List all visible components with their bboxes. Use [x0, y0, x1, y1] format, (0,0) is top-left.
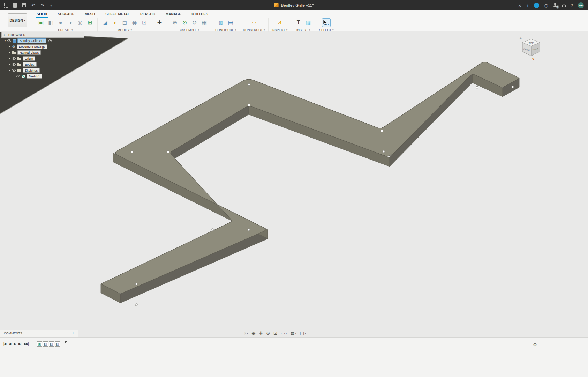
- collapse-arrow-icon[interactable]: ▸: [7, 57, 12, 60]
- expand-arrow-icon[interactable]: ▾: [7, 69, 12, 72]
- configure-icon[interactable]: ◍: [217, 18, 225, 27]
- browser-item-label[interactable]: Document Settings: [17, 44, 47, 49]
- extensions-icon[interactable]: 1: [553, 3, 557, 7]
- look-at-icon[interactable]: ◉: [251, 331, 255, 336]
- new-component-icon[interactable]: ⊕: [171, 18, 179, 27]
- browser-row-origin[interactable]: ▸Origin: [1, 56, 84, 61]
- shell-icon[interactable]: ◻: [120, 18, 129, 27]
- create-sketch-icon[interactable]: ▣: [37, 18, 45, 27]
- tab-manage[interactable]: MANAGE: [165, 11, 181, 18]
- create-cylinder-icon[interactable]: ●: [56, 18, 65, 27]
- visibility-eye-icon[interactable]: [16, 75, 20, 77]
- create-coil-icon[interactable]: ◎: [76, 18, 84, 27]
- collapse-arrow-icon[interactable]: ▸: [7, 51, 12, 54]
- tab-surface[interactable]: SURFACE: [58, 11, 75, 18]
- home-icon[interactable]: ⌂: [50, 3, 52, 8]
- close-tab-icon[interactable]: ×: [518, 2, 521, 8]
- browser-item-label[interactable]: Named Views: [17, 50, 41, 55]
- browser-item-label[interactable]: Origin: [23, 56, 35, 61]
- comments-bar[interactable]: COMMENTS +: [0, 330, 78, 337]
- user-avatar[interactable]: DE: [578, 2, 584, 8]
- workspace-switcher[interactable]: DESIGN▾: [8, 13, 27, 27]
- fit-icon[interactable]: ⊡: [273, 331, 277, 336]
- job-status-icon[interactable]: [534, 3, 539, 8]
- timeline-feature[interactable]: ◧: [55, 341, 60, 347]
- pan-icon[interactable]: ✚: [259, 331, 263, 336]
- file-icon[interactable]: [13, 3, 17, 8]
- construction-plane-icon[interactable]: ▱: [250, 18, 258, 27]
- as-built-joint-icon[interactable]: ⊚: [190, 18, 199, 27]
- orbit-icon[interactable]: ◔▾: [243, 331, 248, 336]
- press-pull-icon[interactable]: ◢: [101, 18, 110, 27]
- joint-icon[interactable]: ⊙: [180, 18, 189, 27]
- fillet-icon[interactable]: ◗: [111, 18, 119, 27]
- step-forward-button[interactable]: ▶|: [18, 342, 21, 346]
- browser-header[interactable]: « BROWSER —: [1, 32, 84, 38]
- save-icon[interactable]: [22, 3, 26, 7]
- browser-item-label[interactable]: Sketches: [23, 68, 40, 73]
- browser-row-sketches[interactable]: ▾Sketches: [1, 67, 84, 73]
- browser-item-label[interactable]: Sketch1: [27, 74, 42, 79]
- visibility-eye-icon[interactable]: [12, 57, 16, 60]
- skip-to-end-button[interactable]: ▶▶|: [24, 342, 28, 346]
- browser-row-named-views[interactable]: ▸Named Views: [1, 50, 84, 56]
- viewports-icon[interactable]: ◫▾: [300, 331, 306, 336]
- display-settings-icon[interactable]: ▭▾: [281, 331, 287, 336]
- toolbar-group-label[interactable]: SELECT▾: [319, 28, 334, 32]
- move-copy-icon[interactable]: ✚: [155, 18, 164, 27]
- toolbar-group-label[interactable]: CONSTRUCT▾: [243, 28, 265, 32]
- activate-component-radio[interactable]: [48, 39, 52, 42]
- browser-row-bentley-grille-v11[interactable]: ▾Bentley Grille v11: [1, 38, 84, 44]
- notifications-bell-icon[interactable]: [562, 4, 566, 7]
- toolbar-group-label[interactable]: ASSEMBLE▾: [180, 28, 199, 32]
- expand-arrow-icon[interactable]: ▾: [3, 39, 7, 42]
- app-grid-icon[interactable]: [3, 3, 8, 8]
- toolbar-group-label[interactable]: MODIFY▾: [118, 28, 132, 32]
- visibility-eye-icon[interactable]: [12, 69, 16, 72]
- timeline-sketch-feature[interactable]: ▣: [37, 341, 42, 347]
- browser-item-label[interactable]: Bentley Grille v11: [17, 38, 46, 43]
- bom-table-icon[interactable]: ▦: [200, 18, 209, 27]
- play-button[interactable]: ▶: [14, 342, 16, 346]
- settings-gear-icon[interactable]: ⚙: [533, 342, 537, 347]
- add-comment-icon[interactable]: +: [72, 331, 74, 336]
- tab-mesh[interactable]: MESH: [84, 11, 95, 18]
- toolbar-group-label[interactable]: INSPECT▾: [272, 28, 288, 32]
- toolbar-group-label[interactable]: CONFIGURE▾: [215, 28, 236, 32]
- redo-icon[interactable]: ↷: [40, 3, 44, 8]
- create-pattern-icon[interactable]: ⊞: [85, 18, 94, 27]
- collapse-panel-icon[interactable]: «: [3, 33, 5, 37]
- step-back-button[interactable]: ◀: [9, 342, 11, 346]
- offset-face-icon[interactable]: ⊡: [140, 18, 149, 27]
- tab-solid[interactable]: SOLID: [36, 11, 48, 18]
- clock-icon[interactable]: ◷: [544, 3, 548, 8]
- browser-item-label[interactable]: Bodies: [23, 62, 37, 67]
- skip-to-start-button[interactable]: |◀: [3, 342, 6, 346]
- browser-row-bodies[interactable]: ▸Bodies: [1, 61, 84, 67]
- zoom-icon[interactable]: ⊙: [266, 331, 270, 336]
- browser-row-document-settings[interactable]: ▸⚙Document Settings: [1, 44, 84, 50]
- collapse-arrow-icon[interactable]: ▸: [7, 45, 12, 48]
- toolbar-group-label[interactable]: CREATE▾: [58, 28, 73, 32]
- visibility-eye-icon[interactable]: [12, 63, 16, 66]
- canvas-icon[interactable]: ▨: [304, 18, 312, 27]
- undo-icon[interactable]: ↶: [31, 3, 35, 8]
- measure-icon[interactable]: ⊿: [275, 18, 284, 27]
- new-tab-icon[interactable]: +: [526, 2, 529, 8]
- help-icon[interactable]: ?: [571, 3, 573, 8]
- create-sphere-icon[interactable]: ◑: [66, 18, 75, 27]
- layout-grid-icon[interactable]: ▦▾: [290, 331, 296, 336]
- tab-utilities[interactable]: UTILITIES: [191, 11, 208, 18]
- visibility-eye-icon[interactable]: [7, 39, 11, 42]
- select-tool-icon[interactable]: [322, 18, 331, 27]
- minimize-panel-icon[interactable]: —: [79, 33, 82, 37]
- timeline-feature[interactable]: ◧: [43, 341, 48, 347]
- configuration-table-icon[interactable]: ▤: [226, 18, 235, 27]
- tab-plastic[interactable]: PLASTIC: [140, 11, 156, 18]
- collapse-arrow-icon[interactable]: ▸: [7, 63, 12, 66]
- browser-row-sketch1[interactable]: Sketch1: [1, 73, 84, 79]
- insert-derive-icon[interactable]: T: [294, 18, 303, 27]
- viewport-canvas[interactable]: [0, 0, 588, 377]
- timeline-marker[interactable]: [65, 341, 65, 347]
- timeline-feature[interactable]: ◧: [49, 341, 54, 347]
